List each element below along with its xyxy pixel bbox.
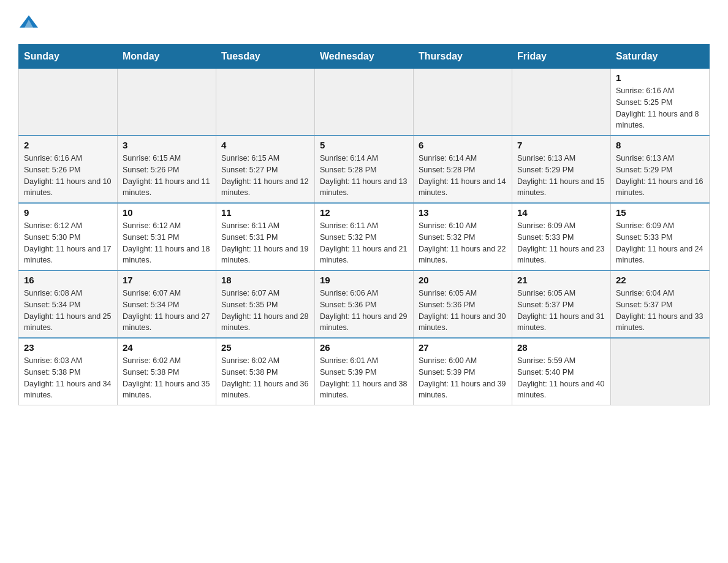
- logo-icon: [20, 12, 38, 31]
- calendar-week-row: 2Sunrise: 6:16 AMSunset: 5:26 PMDaylight…: [19, 136, 710, 203]
- day-info: Sunrise: 6:01 AMSunset: 5:39 PMDaylight:…: [320, 355, 408, 401]
- day-number: 27: [419, 342, 507, 353]
- day-number: 12: [320, 207, 408, 218]
- calendar-cell: 6Sunrise: 6:14 AMSunset: 5:28 PMDaylight…: [414, 136, 512, 203]
- day-info: Sunrise: 6:13 AMSunset: 5:29 PMDaylight:…: [616, 153, 704, 199]
- logo: [18, 12, 39, 32]
- day-number: 4: [221, 140, 309, 150]
- day-info: Sunrise: 6:16 AMSunset: 5:26 PMDaylight:…: [24, 153, 112, 199]
- day-info: Sunrise: 6:11 AMSunset: 5:31 PMDaylight:…: [221, 220, 309, 266]
- calendar-cell: 18Sunrise: 6:07 AMSunset: 5:35 PMDayligh…: [216, 270, 315, 338]
- calendar-week-row: 9Sunrise: 6:12 AMSunset: 5:30 PMDaylight…: [19, 203, 710, 270]
- calendar-cell: 9Sunrise: 6:12 AMSunset: 5:30 PMDaylight…: [19, 203, 118, 270]
- day-number: 16: [24, 275, 112, 285]
- calendar-cell: 20Sunrise: 6:05 AMSunset: 5:36 PMDayligh…: [414, 270, 512, 338]
- day-info: Sunrise: 6:15 AMSunset: 5:27 PMDaylight:…: [221, 153, 309, 199]
- day-info: Sunrise: 6:11 AMSunset: 5:32 PMDaylight:…: [320, 220, 408, 266]
- calendar-cell: 1Sunrise: 6:16 AMSunset: 5:25 PMDaylight…: [611, 69, 710, 136]
- calendar-header-row: SundayMondayTuesdayWednesdayThursdayFrid…: [19, 45, 710, 69]
- calendar-cell: 7Sunrise: 6:13 AMSunset: 5:29 PMDaylight…: [512, 136, 611, 203]
- day-info: Sunrise: 6:09 AMSunset: 5:33 PMDaylight:…: [517, 220, 605, 266]
- day-number: 28: [517, 342, 605, 353]
- calendar-cell: 2Sunrise: 6:16 AMSunset: 5:26 PMDaylight…: [19, 136, 118, 203]
- calendar-cell: 5Sunrise: 6:14 AMSunset: 5:28 PMDaylight…: [315, 136, 414, 203]
- calendar-cell: 15Sunrise: 6:09 AMSunset: 5:33 PMDayligh…: [611, 203, 710, 270]
- calendar-cell: [118, 69, 216, 136]
- day-header-tuesday: Tuesday: [216, 45, 315, 69]
- calendar-cell: 13Sunrise: 6:10 AMSunset: 5:32 PMDayligh…: [414, 203, 512, 270]
- day-header-friday: Friday: [512, 45, 611, 69]
- day-info: Sunrise: 6:05 AMSunset: 5:36 PMDaylight:…: [419, 288, 507, 334]
- day-info: Sunrise: 6:12 AMSunset: 5:30 PMDaylight:…: [24, 220, 112, 266]
- calendar-cell: [315, 69, 414, 136]
- day-info: Sunrise: 5:59 AMSunset: 5:40 PMDaylight:…: [517, 355, 605, 401]
- day-number: 11: [221, 207, 309, 218]
- day-info: Sunrise: 6:05 AMSunset: 5:37 PMDaylight:…: [517, 288, 605, 334]
- day-number: 22: [616, 275, 704, 285]
- page-header: [18, 12, 710, 32]
- calendar-cell: [216, 69, 315, 136]
- day-number: 19: [320, 275, 408, 285]
- calendar-cell: 10Sunrise: 6:12 AMSunset: 5:31 PMDayligh…: [118, 203, 216, 270]
- day-info: Sunrise: 6:09 AMSunset: 5:33 PMDaylight:…: [616, 220, 704, 266]
- day-info: Sunrise: 6:12 AMSunset: 5:31 PMDaylight:…: [123, 220, 211, 266]
- day-info: Sunrise: 6:02 AMSunset: 5:38 PMDaylight:…: [123, 355, 211, 401]
- calendar-cell: 26Sunrise: 6:01 AMSunset: 5:39 PMDayligh…: [315, 338, 414, 405]
- day-header-wednesday: Wednesday: [315, 45, 414, 69]
- calendar-week-row: 23Sunrise: 6:03 AMSunset: 5:38 PMDayligh…: [19, 338, 710, 405]
- day-number: 21: [517, 275, 605, 285]
- calendar-cell: 11Sunrise: 6:11 AMSunset: 5:31 PMDayligh…: [216, 203, 315, 270]
- day-header-saturday: Saturday: [611, 45, 710, 69]
- day-info: Sunrise: 6:16 AMSunset: 5:25 PMDaylight:…: [616, 85, 704, 131]
- day-info: Sunrise: 6:07 AMSunset: 5:35 PMDaylight:…: [221, 288, 309, 334]
- calendar-cell: 25Sunrise: 6:02 AMSunset: 5:38 PMDayligh…: [216, 338, 315, 405]
- day-number: 24: [123, 342, 211, 353]
- calendar-cell: [414, 69, 512, 136]
- day-info: Sunrise: 6:13 AMSunset: 5:29 PMDaylight:…: [517, 153, 605, 199]
- day-number: 5: [320, 140, 408, 150]
- day-info: Sunrise: 6:02 AMSunset: 5:38 PMDaylight:…: [221, 355, 309, 401]
- day-number: 3: [123, 140, 211, 150]
- day-number: 13: [419, 207, 507, 218]
- day-info: Sunrise: 6:14 AMSunset: 5:28 PMDaylight:…: [419, 153, 507, 199]
- day-number: 8: [616, 140, 704, 150]
- day-header-thursday: Thursday: [414, 45, 512, 69]
- day-header-sunday: Sunday: [19, 45, 118, 69]
- day-number: 2: [24, 140, 112, 150]
- calendar-table: SundayMondayTuesdayWednesdayThursdayFrid…: [18, 44, 710, 405]
- day-info: Sunrise: 6:04 AMSunset: 5:37 PMDaylight:…: [616, 288, 704, 334]
- day-info: Sunrise: 6:07 AMSunset: 5:34 PMDaylight:…: [123, 288, 211, 334]
- day-info: Sunrise: 6:00 AMSunset: 5:39 PMDaylight:…: [419, 355, 507, 401]
- calendar-cell: 14Sunrise: 6:09 AMSunset: 5:33 PMDayligh…: [512, 203, 611, 270]
- calendar-cell: [611, 338, 710, 405]
- day-number: 10: [123, 207, 211, 218]
- calendar-cell: 24Sunrise: 6:02 AMSunset: 5:38 PMDayligh…: [118, 338, 216, 405]
- day-info: Sunrise: 6:10 AMSunset: 5:32 PMDaylight:…: [419, 220, 507, 266]
- day-info: Sunrise: 6:08 AMSunset: 5:34 PMDaylight:…: [24, 288, 112, 334]
- day-number: 26: [320, 342, 408, 353]
- calendar-cell: 12Sunrise: 6:11 AMSunset: 5:32 PMDayligh…: [315, 203, 414, 270]
- day-header-monday: Monday: [118, 45, 216, 69]
- calendar-cell: 28Sunrise: 5:59 AMSunset: 5:40 PMDayligh…: [512, 338, 611, 405]
- day-number: 23: [24, 342, 112, 353]
- calendar-cell: 22Sunrise: 6:04 AMSunset: 5:37 PMDayligh…: [611, 270, 710, 338]
- day-info: Sunrise: 6:15 AMSunset: 5:26 PMDaylight:…: [123, 153, 211, 199]
- day-number: 6: [419, 140, 507, 150]
- calendar-cell: 17Sunrise: 6:07 AMSunset: 5:34 PMDayligh…: [118, 270, 216, 338]
- day-number: 7: [517, 140, 605, 150]
- calendar-cell: [19, 69, 118, 136]
- calendar-week-row: 1Sunrise: 6:16 AMSunset: 5:25 PMDaylight…: [19, 69, 710, 136]
- day-number: 14: [517, 207, 605, 218]
- day-number: 20: [419, 275, 507, 285]
- calendar-week-row: 16Sunrise: 6:08 AMSunset: 5:34 PMDayligh…: [19, 270, 710, 338]
- calendar-cell: 8Sunrise: 6:13 AMSunset: 5:29 PMDaylight…: [611, 136, 710, 203]
- calendar-cell: 3Sunrise: 6:15 AMSunset: 5:26 PMDaylight…: [118, 136, 216, 203]
- logo-text: [18, 12, 39, 31]
- day-number: 17: [123, 275, 211, 285]
- calendar-cell: [512, 69, 611, 136]
- day-info: Sunrise: 6:14 AMSunset: 5:28 PMDaylight:…: [320, 153, 408, 199]
- calendar-cell: 4Sunrise: 6:15 AMSunset: 5:27 PMDaylight…: [216, 136, 315, 203]
- day-info: Sunrise: 6:06 AMSunset: 5:36 PMDaylight:…: [320, 288, 408, 334]
- day-number: 18: [221, 275, 309, 285]
- calendar-cell: 16Sunrise: 6:08 AMSunset: 5:34 PMDayligh…: [19, 270, 118, 338]
